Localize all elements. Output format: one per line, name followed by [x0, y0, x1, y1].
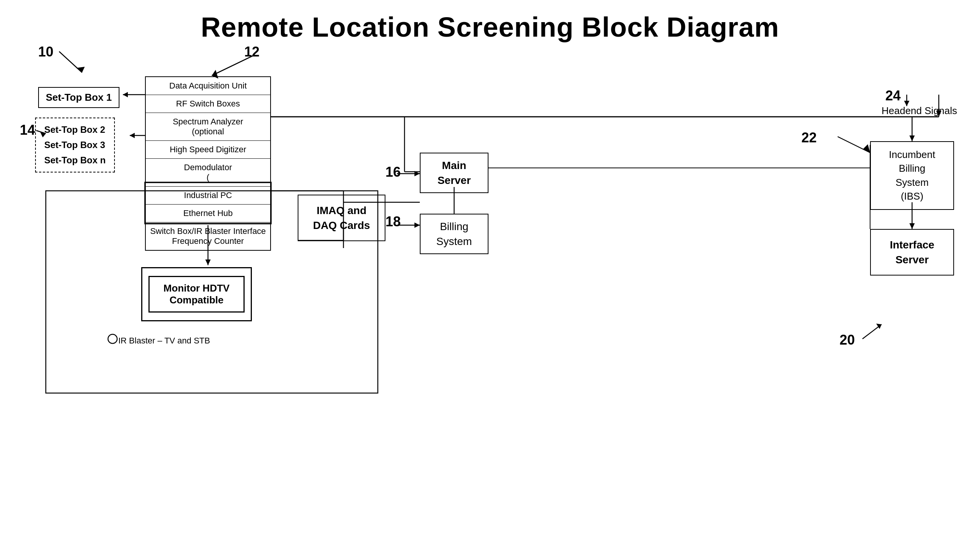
ref-10: 10	[38, 44, 53, 60]
ref-22: 22	[801, 130, 817, 146]
svg-point-33	[108, 334, 117, 343]
stb2-label: Set-Top Box 2	[41, 122, 109, 137]
ref-16: 16	[385, 164, 401, 180]
daq-block: Data Acquisition Unit RF Switch Boxes Sp…	[145, 76, 271, 251]
page-title: Remote Location Screening Block Diagram	[0, 0, 980, 43]
svg-marker-7	[130, 133, 135, 138]
svg-marker-40	[876, 324, 882, 329]
main-server-box: MainServer	[420, 153, 488, 193]
svg-marker-5	[123, 92, 128, 97]
daq-row-1: Data Acquisition Unit	[146, 77, 270, 95]
stbn-label: Set-Top Box n	[41, 153, 109, 168]
daq-row-3: Spectrum Analyzer(optional	[146, 113, 270, 141]
daq-row-5: Demodulator(	[146, 159, 270, 187]
daq-row-6: Industrial PC	[146, 187, 270, 205]
imaq-box: IMAQ andDAQ Cards	[298, 195, 385, 241]
svg-marker-42	[909, 135, 915, 141]
svg-line-39	[862, 324, 882, 339]
svg-marker-25	[414, 171, 420, 176]
daq-row-7: Ethernet Hub	[146, 205, 270, 222]
svg-marker-16	[863, 144, 870, 153]
billing-system-box: BillingSystem	[420, 214, 488, 254]
svg-marker-32	[205, 259, 211, 265]
ref-18: 18	[385, 214, 401, 230]
svg-marker-27	[414, 222, 420, 228]
svg-line-0	[59, 52, 82, 73]
ref-24: 24	[885, 88, 901, 104]
svg-marker-1	[76, 67, 85, 73]
monitor-box: Monitor HDTVCompatible	[141, 267, 252, 321]
svg-line-15	[838, 137, 870, 153]
stb-dashed-group: Set-Top Box 2 Set-Top Box 3 Set-Top Box …	[35, 118, 115, 172]
ref-12: 12	[244, 44, 260, 60]
ref-14: 14	[20, 122, 35, 138]
incumbent-billing-box: IncumbentBillingSystem(IBS)	[870, 141, 954, 210]
svg-marker-38	[909, 223, 915, 229]
stb1-box: Set-Top Box 1	[38, 87, 119, 108]
daq-row-2: RF Switch Boxes	[146, 95, 270, 113]
ref-20: 20	[840, 332, 855, 348]
ir-blaster-label: IR Blaster – TV and STB	[118, 336, 210, 346]
daq-row-4: High Speed Digitizer	[146, 141, 270, 159]
daq-row-8: Switch Box/IR Blaster InterfaceFrequency…	[146, 222, 270, 250]
stb3-label: Set-Top Box 3	[41, 137, 109, 153]
interface-server-box: InterfaceServer	[870, 229, 954, 276]
headend-signals-label: Headend Signals	[882, 105, 957, 117]
